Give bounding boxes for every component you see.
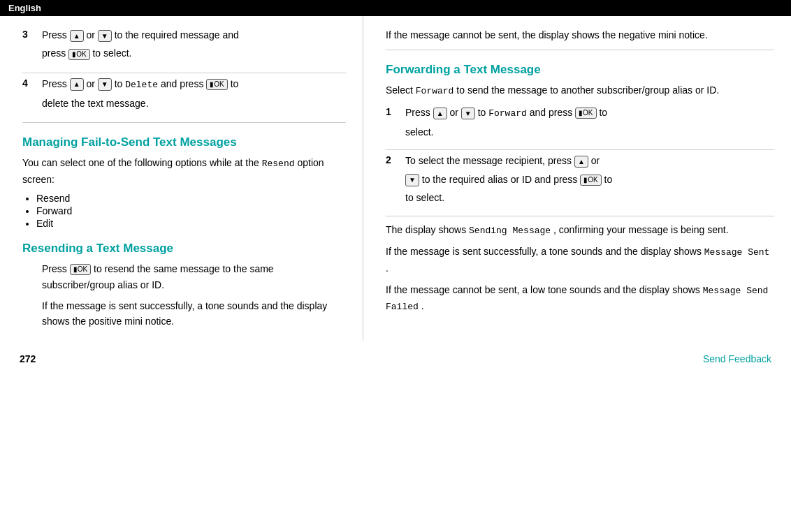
success-text: If the message is sent successfully, a t…	[386, 244, 774, 276]
step-4-delete: Delete	[125, 80, 158, 90]
step-4-to2: to	[231, 78, 239, 89]
step-3-row: 3 Press or to the required message and p…	[22, 27, 346, 73]
r1-to: to	[478, 107, 489, 118]
bullet-resend: Resend	[36, 193, 346, 204]
header-label: English	[8, 3, 41, 13]
step-3-number: 3	[22, 27, 42, 64]
managing-heading: Managing Fail-to-Send Text Messages	[22, 135, 346, 149]
step-4-and: and press	[158, 78, 206, 89]
step-4-line2: delete the text message.	[42, 96, 346, 111]
forwarding-select: Select	[386, 84, 413, 96]
fail-pre: If the message cannot be sent, a low ton…	[386, 284, 700, 295]
managing-intro: You can select one of the following opti…	[22, 155, 346, 187]
r1-post: to	[599, 107, 607, 118]
right-intro: If the message cannot be sent, the displ…	[386, 27, 774, 50]
r1-forward-word: Forward	[488, 108, 527, 119]
left-column: 3 Press or to the required message and p…	[0, 16, 363, 341]
ok-btn-2: ▮OK	[206, 79, 227, 90]
page-body: 3 Press or to the required message and p…	[0, 16, 791, 341]
r2-to: to	[604, 174, 613, 185]
page-footer: 272 Send Feedback	[0, 348, 791, 370]
sending-post: , confirming your message is being sent.	[553, 224, 729, 235]
up-arrow-btn-1	[70, 30, 84, 42]
page-number: 272	[20, 353, 36, 364]
right-column: If the message cannot be sent, the displ…	[363, 16, 791, 341]
step-4-or: or	[86, 78, 97, 89]
step-3-press: Press	[42, 29, 67, 40]
right-step-2-row: 2 To select the message recipient, press…	[386, 153, 774, 216]
right-step-1-number: 1	[386, 105, 405, 142]
resend-press: Press	[42, 263, 67, 274]
right-step-1-content: Press or to Forward and press ▮OK to sel…	[405, 105, 774, 142]
right-step-2-number: 2	[386, 153, 405, 208]
ok-btn-3: ▮OK	[70, 264, 91, 275]
ok-btn-4: ▮OK	[575, 108, 596, 119]
step-4-press: Press	[42, 78, 67, 89]
r2-line1: To select the message recipient, press	[405, 155, 572, 166]
down-arrow-btn-3	[461, 108, 475, 119]
forwarding-rest: to send the message to another subscribe…	[456, 84, 719, 96]
step-3-post2: to select.	[92, 47, 131, 59]
ok-btn-5: ▮OK	[580, 175, 601, 186]
down-arrow-btn-2	[98, 78, 112, 90]
right-step-2-content: To select the message recipient, press o…	[405, 153, 774, 208]
ok-btn-1: ▮OK	[68, 49, 89, 60]
up-arrow-btn-4	[574, 156, 588, 168]
fail-post: .	[421, 300, 424, 311]
step-3-or1: or	[86, 29, 94, 40]
step-4-to: to	[115, 78, 126, 89]
send-feedback-link[interactable]: Send Feedback	[703, 353, 771, 364]
r1-press: Press	[405, 107, 430, 118]
step-4-number: 4	[22, 76, 42, 114]
bullet-edit: Edit	[36, 218, 346, 229]
step-3-line2: press ▮OK to select.	[42, 45, 346, 61]
r1-and: and press	[527, 107, 575, 118]
down-arrow-btn-4	[405, 174, 419, 186]
step-3-content: Press or to the required message and pre…	[42, 27, 346, 64]
up-arrow-btn-3	[433, 108, 447, 119]
right-step-1-select: select.	[405, 124, 774, 140]
r2-or: or	[591, 155, 600, 166]
r2-line2: to the required alias or ID and press	[422, 174, 578, 185]
success-pre: If the message is sent successfully, a t…	[386, 246, 702, 257]
right-step-2-select: to select.	[405, 190, 774, 205]
managing-intro-text: You can select one of the following opti…	[22, 157, 259, 168]
forwarding-heading: Forwarding a Text Message	[386, 63, 774, 77]
step-4-row: 4 Press or to Delete and press ▮OK to de…	[22, 76, 346, 123]
step-3-post1: to the required message and	[115, 29, 239, 40]
resend-success-text: If the message is sent successfully, a t…	[42, 298, 346, 330]
sending-pre: The display shows	[386, 224, 466, 235]
success-code: Message Sent	[704, 247, 770, 258]
page-header: English	[0, 0, 791, 16]
r1-or: or	[449, 107, 460, 118]
success-post: .	[386, 263, 389, 274]
right-step-1-line: Press or to Forward and press ▮OK to	[405, 105, 774, 121]
bullet-list: Resend Forward Edit	[22, 193, 346, 229]
resend-step-text: Press ▮OK to resend the same message to …	[42, 261, 346, 293]
up-arrow-btn-2	[70, 78, 84, 90]
down-arrow-btn-1	[98, 30, 112, 42]
sending-text: The display shows Sending Message , conf…	[386, 222, 774, 239]
bullet-forward: Forward	[36, 205, 346, 216]
step-3-line1: Press or to the required message and	[42, 27, 346, 43]
step-3-press2: press	[42, 47, 66, 59]
sending-code: Sending Message	[469, 226, 551, 236]
right-step-2-line1: To select the message recipient, press o…	[405, 153, 774, 168]
fail-text: If the message cannot be sent, a low ton…	[386, 282, 774, 316]
step-4-line1: Press or to Delete and press ▮OK to	[42, 76, 346, 93]
resending-content: Press ▮OK to resend the same message to …	[22, 261, 346, 330]
forwarding-intro: Select Forward to send the message to an…	[386, 82, 774, 99]
step-4-content: Press or to Delete and press ▮OK to dele…	[42, 76, 346, 114]
right-step-2-line2: to the required alias or ID and press ▮O…	[405, 172, 774, 187]
right-step-1-row: 1 Press or to Forward and press ▮OK to s…	[386, 105, 774, 150]
resending-heading: Resending a Text Message	[22, 242, 346, 256]
managing-resend: Resend	[262, 158, 295, 169]
forwarding-forward-word: Forward	[416, 86, 454, 96]
